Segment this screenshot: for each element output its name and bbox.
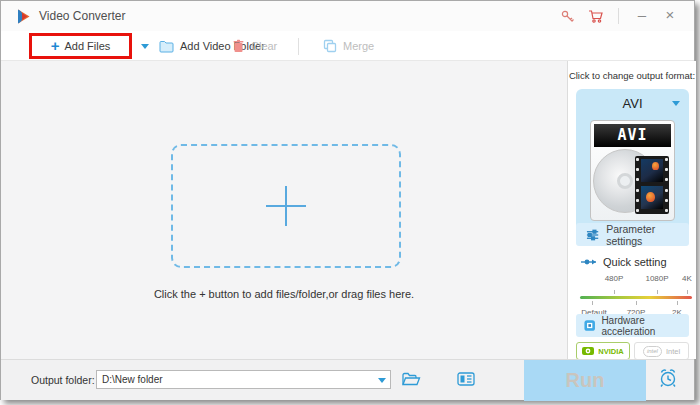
- clear-button[interactable]: Clear: [232, 31, 277, 61]
- output-folder-input[interactable]: [97, 371, 390, 388]
- file-list-area: Click the + button to add files/folder,o…: [1, 61, 567, 359]
- slider-label-4k: 4K: [682, 274, 692, 283]
- close-button[interactable]: ×: [658, 5, 682, 25]
- parameter-settings-label: Parameter settings: [606, 223, 689, 247]
- window-title: Video Converter: [39, 9, 126, 23]
- minimize-button[interactable]: –: [630, 5, 654, 25]
- titlebar-separator: [618, 8, 619, 24]
- avi-banner-label: AVI: [594, 124, 671, 147]
- add-plus-icon[interactable]: [266, 186, 306, 226]
- format-panel-header: Click to change output format:: [568, 70, 696, 81]
- chip-icon: [584, 319, 595, 332]
- output-format-panel: Click to change output format: AVI AVI P…: [567, 61, 696, 359]
- quick-setting-icon: [581, 258, 597, 266]
- add-files-dropdown[interactable]: [141, 31, 149, 61]
- parameter-settings-button[interactable]: Parameter settings: [576, 223, 689, 246]
- app-logo-icon: [15, 8, 32, 25]
- filmstrip-icon: [635, 156, 669, 214]
- slider-label-1080p: 1080P: [645, 274, 668, 283]
- sliders-icon: [586, 229, 599, 241]
- merge-icon: [323, 39, 337, 53]
- intel-icon: intel: [643, 346, 662, 357]
- intel-label: Intel: [666, 347, 680, 356]
- format-chevron-down-icon: [672, 101, 680, 106]
- output-folder-chevron-down-icon[interactable]: [378, 378, 386, 383]
- add-files-button[interactable]: + Add Files: [29, 33, 132, 59]
- folder-icon: [159, 40, 174, 53]
- nvidia-gpu-chip[interactable]: NVIDIA: [576, 342, 630, 360]
- app-window: Video Converter – × + Add Files Add Vide…: [0, 0, 695, 400]
- slider-label-480p: 480P: [605, 274, 624, 283]
- toolbar: + Add Files Add Video Folder Clear Merge: [1, 31, 694, 61]
- quick-setting-label: Quick setting: [603, 256, 667, 268]
- trash-icon: [232, 39, 245, 53]
- drop-zone[interactable]: [171, 144, 401, 268]
- titlebar: Video Converter – ×: [1, 1, 694, 31]
- quick-setting-header: Quick setting: [581, 256, 667, 268]
- register-key-icon[interactable]: [557, 7, 577, 25]
- intel-gpu-chip[interactable]: intel Intel: [634, 342, 689, 360]
- shopping-cart-icon[interactable]: [586, 7, 606, 25]
- merge-label: Merge: [343, 40, 374, 52]
- run-button[interactable]: Run: [524, 360, 646, 401]
- add-files-label: Add Files: [64, 40, 110, 52]
- merge-button[interactable]: Merge: [323, 31, 374, 61]
- output-format-selector[interactable]: AVI AVI: [576, 89, 689, 231]
- quality-slider-track[interactable]: [580, 296, 692, 299]
- open-output-folder-icon[interactable]: [454, 368, 478, 390]
- hardware-acceleration-label: Hardware acceleration: [601, 315, 689, 337]
- output-folder-label: Output folder:: [31, 374, 95, 386]
- plus-icon: +: [51, 39, 60, 53]
- alarm-clock-icon[interactable]: [656, 367, 680, 389]
- output-folder-combobox: [96, 370, 391, 389]
- dropzone-hint: Click the + button to add files/folder,o…: [1, 288, 567, 300]
- browse-folder-icon[interactable]: [399, 368, 423, 390]
- nvidia-icon: [582, 347, 594, 355]
- bottom-bar: Output folder: Run: [1, 359, 694, 400]
- nvidia-label: NVIDIA: [598, 347, 623, 356]
- avi-format-icon: AVI: [590, 120, 675, 221]
- hardware-acceleration-button[interactable]: Hardware acceleration: [576, 314, 689, 337]
- toolbar-separator: [298, 38, 299, 55]
- clear-label: Clear: [251, 40, 277, 52]
- chevron-down-icon: [141, 44, 149, 49]
